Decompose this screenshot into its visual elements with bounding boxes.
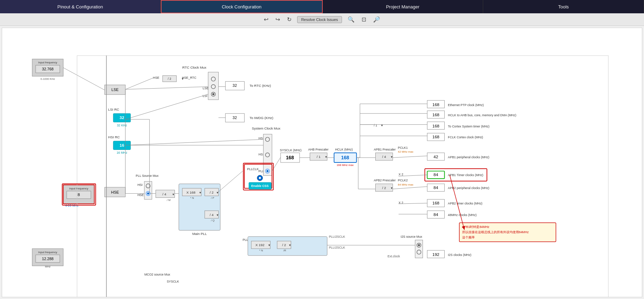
svg-text:/ P: / P: [211, 196, 214, 200]
svg-text:▼: ▼: [390, 187, 393, 190]
resolve-clock-button[interactable]: Resolve Clock Issues: [297, 16, 342, 23]
svg-text:/ 1: / 1: [317, 155, 321, 159]
svg-text:MCO2 source Mux: MCO2 source Mux: [144, 273, 170, 276]
svg-text:8: 8: [78, 192, 80, 197]
svg-text:APB2 Prescaler: APB2 Prescaler: [374, 179, 396, 182]
svg-point-190: [418, 244, 420, 246]
svg-point-39: [212, 93, 214, 95]
svg-text:Enable CSS: Enable CSS: [251, 184, 269, 188]
svg-text:所以挂接在这根总线上的所有外设均使用84MHz: 所以挂接在这根总线上的所有外设均使用84MHz: [462, 230, 529, 234]
svg-text:0-1000 KHz: 0-1000 KHz: [40, 77, 55, 81]
svg-text:HCLK to AHB bus, core, memory : HCLK to AHB bus, core, memory and DMA (M…: [448, 113, 516, 117]
svg-text:42: 42: [433, 154, 438, 159]
nav-pinout[interactable]: Pinout & Configuration: [0, 0, 161, 13]
svg-text:/ 1: / 1: [374, 124, 377, 127]
zoom-in-icon[interactable]: 🔍: [346, 15, 356, 23]
diagram-canvas[interactable]: Input frequency 32.768 0-1000 KHz LSE LS…: [2, 28, 642, 297]
svg-text:APB2 timer clocks (MHz): APB2 timer clocks (MHz): [448, 202, 482, 205]
svg-line-48: [125, 94, 208, 119]
svg-text:SYSCLK (MHz): SYSCLK (MHz): [280, 148, 302, 152]
svg-text:/ 4: / 4: [163, 192, 166, 196]
svg-text:168 MHz max: 168 MHz max: [337, 164, 354, 167]
svg-text:16: 16: [119, 143, 124, 148]
svg-text:▼: ▼: [216, 214, 219, 217]
svg-text:MHz: MHz: [45, 265, 50, 268]
svg-text:AHB Prescaler: AHB Prescaler: [308, 148, 329, 151]
refresh-button[interactable]: ↻: [286, 15, 293, 23]
svg-text:/R: /R: [283, 249, 286, 252]
svg-text:PCLK2: PCLK2: [398, 179, 408, 182]
svg-text:To Cortex System timer (MHz): To Cortex System timer (MHz): [448, 125, 489, 128]
svg-text:32.768: 32.768: [42, 67, 54, 71]
svg-text:▼: ▼: [199, 191, 201, 194]
nav-clock[interactable]: Clock Configuration: [161, 0, 323, 13]
svg-text:/ 4: / 4: [210, 213, 213, 217]
svg-text:168: 168: [432, 102, 439, 107]
svg-text:▼: ▼: [288, 244, 291, 247]
svg-text:48MHz clocks (MHz): 48MHz clocks (MHz): [448, 213, 477, 217]
svg-text:Ext.clock: Ext.clock: [388, 255, 400, 258]
svg-text:PLLCLK: PLLCLK: [247, 167, 259, 171]
svg-text:HSI: HSI: [137, 183, 143, 187]
redo-button[interactable]: ↪: [274, 15, 281, 23]
svg-text:APB1 Timer clocks (MHz): APB1 Timer clocks (MHz): [448, 173, 483, 177]
zoom-out-icon[interactable]: 🔎: [372, 15, 382, 23]
svg-text:RTC Clock Mux: RTC Clock Mux: [182, 65, 206, 69]
svg-text:I2S clocks (MHz): I2S clocks (MHz): [448, 253, 471, 257]
svg-text:42 MHz max: 42 MHz max: [398, 150, 413, 153]
svg-text:System Clock Mux: System Clock Mux: [252, 126, 280, 130]
svg-text:▼: ▼: [390, 155, 393, 159]
svg-text:/ Q: / Q: [211, 219, 214, 222]
undo-button[interactable]: ↩: [262, 15, 270, 23]
svg-line-169: [393, 187, 427, 189]
svg-text:168: 168: [432, 134, 439, 139]
svg-text:HSE_RTC: HSE_RTC: [182, 76, 197, 79]
svg-text:X 168: X 168: [186, 190, 196, 194]
svg-text:Ethernet PTP clock (MHz): Ethernet PTP clock (MHz): [448, 103, 484, 107]
svg-text:FCLK Cortex clock (MHz): FCLK Cortex clock (MHz): [448, 135, 483, 139]
nav-tools[interactable]: Tools: [483, 0, 644, 13]
svg-text:LSE: LSE: [111, 88, 118, 92]
svg-text:168: 168: [286, 155, 294, 160]
svg-text:Main PLL: Main PLL: [192, 232, 207, 236]
svg-point-60: [266, 170, 268, 172]
svg-text:HCLK (MHz): HCLK (MHz): [335, 148, 352, 151]
svg-text:Input frequency: Input frequency: [69, 187, 88, 190]
svg-text:HSI RC: HSI RC: [108, 135, 120, 139]
svg-text:X 192: X 192: [255, 243, 265, 247]
svg-text:LSI RC: LSI RC: [108, 107, 119, 111]
svg-text:16 MHz: 16 MHz: [117, 151, 128, 154]
svg-text:168: 168: [432, 112, 439, 117]
svg-text:84: 84: [433, 172, 438, 177]
svg-text:32: 32: [233, 116, 237, 120]
svg-text:/ M: / M: [167, 199, 171, 202]
svg-text:84: 84: [433, 185, 438, 190]
svg-text:/ 2: / 2: [282, 243, 286, 247]
svg-text:32: 32: [233, 83, 237, 88]
svg-text:12.288: 12.288: [42, 257, 54, 261]
svg-text:/ 4: / 4: [382, 155, 386, 159]
svg-rect-187: [415, 240, 423, 258]
svg-text:▼: ▼: [216, 191, 219, 194]
svg-text:84: 84: [433, 212, 438, 217]
svg-line-154: [219, 171, 243, 192]
nav-project[interactable]: Project Manager: [323, 0, 484, 13]
svg-text:To IWDG (KHz): To IWDG (KHz): [249, 116, 273, 120]
toolbar: ↩ ↪ ↻ Resolve Clock Issues 🔍 ⊡ 🔎: [0, 13, 644, 26]
svg-text:To RTC (KHz): To RTC (KHz): [249, 84, 271, 88]
svg-text:PLLI2SCLK: PLLI2SCLK: [329, 235, 345, 238]
svg-text:这个频率: 这个频率: [462, 236, 475, 239]
svg-text:▼: ▼: [325, 155, 328, 159]
svg-text:I2S source Mux: I2S source Mux: [400, 235, 422, 238]
svg-text:168: 168: [341, 155, 349, 160]
svg-text:PCLK1: PCLK1: [398, 146, 408, 150]
svg-text:APB1 peripheral clocks (MHz): APB1 peripheral clocks (MHz): [448, 155, 489, 159]
svg-text:168: 168: [432, 201, 439, 206]
svg-text:X 2: X 2: [399, 201, 403, 204]
svg-text:PLL Source Mux: PLL Source Mux: [136, 174, 159, 178]
svg-text:* N: * N: [259, 249, 263, 252]
svg-rect-119: [144, 181, 152, 199]
fit-icon[interactable]: ⊡: [360, 15, 368, 23]
svg-text:168: 168: [432, 124, 439, 128]
svg-line-147: [125, 86, 208, 89]
